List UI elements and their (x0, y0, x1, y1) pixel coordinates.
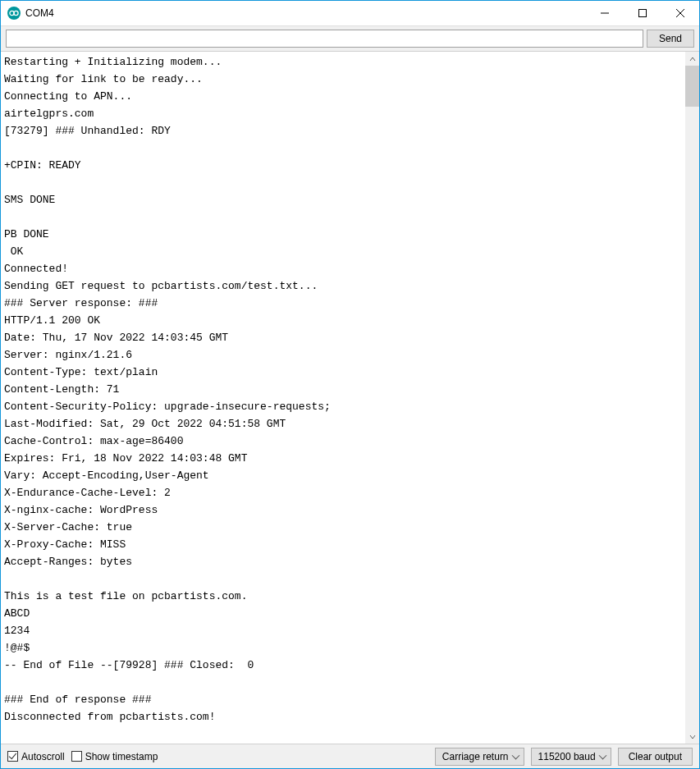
scroll-track[interactable] (685, 66, 699, 730)
scroll-up-button[interactable] (685, 52, 699, 66)
bottom-bar: Autoscroll Show timestamp Carriage retur… (1, 744, 699, 768)
input-bar: Send (1, 25, 699, 52)
send-button[interactable]: Send (647, 30, 694, 48)
checkbox-icon (7, 751, 18, 762)
baud-select[interactable]: 115200 baud (531, 748, 611, 766)
serial-output[interactable]: Restarting + Initializing modem... Waiti… (1, 52, 685, 744)
scroll-thumb[interactable] (685, 66, 699, 107)
svg-rect-3 (639, 10, 647, 17)
window-controls (586, 1, 699, 25)
checkbox-icon (71, 751, 82, 762)
line-ending-value: Carriage return (442, 751, 509, 762)
scroll-down-button[interactable] (685, 730, 699, 744)
close-button[interactable] (661, 1, 699, 25)
autoscroll-label: Autoscroll (21, 751, 65, 762)
titlebar: COM4 (1, 1, 699, 25)
timestamp-label: Show timestamp (85, 751, 158, 762)
serial-input[interactable] (6, 30, 643, 48)
arduino-icon (7, 7, 21, 20)
clear-output-button[interactable]: Clear output (618, 748, 693, 766)
output-area: Restarting + Initializing modem... Waiti… (1, 52, 699, 744)
line-ending-select[interactable]: Carriage return (435, 748, 524, 766)
serial-monitor-window: COM4 Send Restarting + Initializing mode… (0, 0, 700, 769)
vertical-scrollbar[interactable] (685, 52, 699, 744)
maximize-button[interactable] (624, 1, 661, 25)
timestamp-checkbox[interactable]: Show timestamp (71, 751, 158, 762)
window-title: COM4 (25, 7, 586, 19)
baud-value: 115200 baud (538, 751, 596, 762)
minimize-button[interactable] (586, 1, 624, 25)
autoscroll-checkbox[interactable]: Autoscroll (7, 751, 65, 762)
